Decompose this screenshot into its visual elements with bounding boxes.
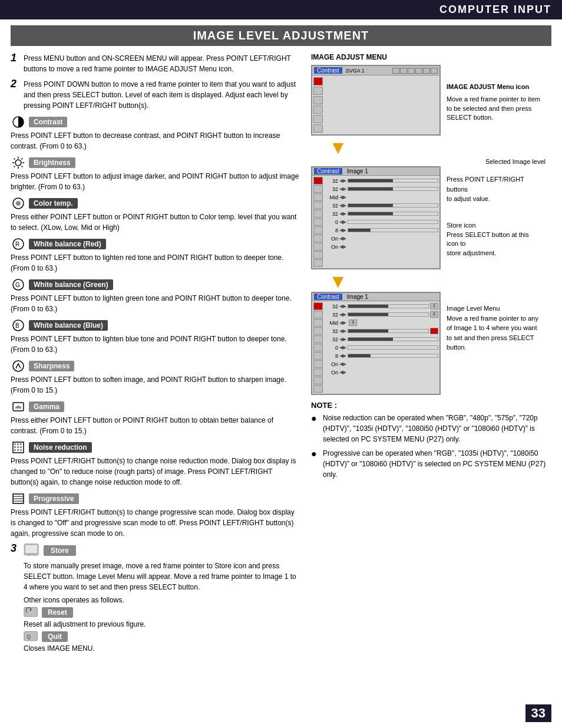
reset-label: Reset (42, 607, 73, 618)
arrow-down-2: ▼ (329, 272, 551, 291)
menu1-sys: SVGA 1 (346, 68, 365, 74)
sharpness-section: Sharpness Press POINT LEFT button to sof… (11, 360, 299, 396)
selected-image-level-label: Selected Image level (311, 158, 546, 165)
wb-blue-icon: B (11, 319, 26, 332)
svg-rect-37 (33, 554, 36, 555)
wb-red-desc: Press POINT LEFT button to lighten red t… (11, 252, 299, 274)
svg-line-7 (22, 166, 23, 167)
arrow-down-1: ▼ (329, 138, 551, 157)
noise-reduction-desc: Press POINT LEFT/RIGHT button(s) to chan… (11, 456, 299, 487)
wb-red-icon: R (11, 238, 26, 251)
reset-row: Reset (24, 607, 299, 618)
brightness-section: Brightness Press POINT LEFT button to ad… (11, 156, 299, 192)
step-3: 3 Store To store manually preset image, … (11, 543, 299, 653)
wb-green-icon: G (11, 278, 26, 291)
quit-row: Q Quit (24, 631, 299, 643)
wb-red-section: R White balance (Red) Press POINT LEFT b… (11, 238, 299, 274)
svg-rect-24 (14, 446, 16, 448)
store-label: Store (44, 545, 76, 556)
page-header: COMPUTER INPUT (0, 0, 562, 19)
page-number: 33 (525, 704, 551, 722)
wb-green-desc: Press POINT LEFT button to lighten green… (11, 293, 299, 314)
menu2-tab: Contrast (314, 168, 342, 174)
note-bullet-1: ● (311, 411, 320, 426)
noise-reduction-icon (11, 441, 26, 454)
svg-rect-23 (20, 443, 22, 445)
wb-red-label: White balance (Red) (29, 239, 106, 249)
right-col-title: IMAGE ADJUST MENU (311, 53, 551, 61)
noise-reduction-section: Noise reduction Press POINT LEFT/RIGHT b… (11, 441, 299, 487)
svg-text:Q: Q (27, 634, 31, 640)
header-title: COMPUTER INPUT (439, 4, 551, 15)
wb-blue-label: White balance (Blue) (29, 320, 108, 331)
gamma-section: Gamma Press either POINT LEFT button or … (11, 400, 299, 436)
store-icon (24, 543, 40, 558)
note-item-1: ● Noise reduction can be operated when "… (311, 413, 551, 444)
quit-label: Quit (42, 631, 68, 642)
svg-text:G: G (15, 282, 20, 288)
svg-rect-28 (17, 449, 19, 451)
note-bullet-2: ● (311, 447, 320, 461)
step-3-number: 3 (11, 542, 24, 555)
menu3-annotation: Image Level MenuMove a red frame pointer… (447, 304, 541, 353)
wb-blue-section: B White balance (Blue) Press POINT LEFT … (11, 319, 299, 355)
gamma-label: Gamma (29, 401, 64, 412)
svg-rect-22 (17, 443, 19, 445)
svg-line-8 (22, 159, 23, 160)
note-title: NOTE : (311, 401, 551, 410)
other-icons-text: Other icons operates as follows. (24, 596, 299, 604)
note-item-2: ● Progressive can be operated when "RGB"… (311, 448, 551, 480)
step-2: 2 Press POINT DOWN button to move a red … (11, 79, 299, 111)
contrast-label: Contrast (29, 117, 67, 127)
store-row: Store (24, 543, 299, 558)
menu3-tab: Contrast (314, 294, 342, 300)
svg-point-1 (15, 160, 21, 166)
wb-blue-desc: Press POINT LEFT button to lighten blue … (11, 334, 299, 355)
svg-rect-40 (24, 631, 38, 641)
progressive-desc: Press POINT LEFT/RIGHT button(s) to chan… (11, 507, 299, 539)
sharpness-desc: Press POINT LEFT button to soften image,… (11, 374, 299, 396)
quit-icon: Q (24, 631, 39, 643)
step-1-number: 1 (11, 52, 24, 64)
svg-point-11 (16, 201, 21, 206)
menu3-image: Image 1 (347, 294, 368, 300)
contrast-icon (11, 116, 26, 129)
wb-green-label: White balance (Green) (29, 279, 113, 290)
step-1-text: Press MENU button and ON-SCREEN MENU wil… (24, 53, 299, 74)
sharpness-label: Sharpness (29, 361, 74, 371)
color-temp-label: Color temp. (29, 198, 78, 209)
svg-text:R: R (15, 241, 19, 248)
color-temp-desc: Press either POINT LEFT button or POINT … (11, 212, 299, 233)
menu2-image: Image 1 (347, 168, 368, 174)
step-1: 1 Press MENU button and ON-SCREEN MENU w… (11, 53, 299, 74)
gamma-icon (11, 400, 26, 413)
svg-line-9 (14, 166, 15, 167)
svg-rect-36 (28, 554, 31, 555)
store-annotation: Store iconPress SELECT button at this ic… (447, 221, 541, 258)
brightness-desc: Press POINT LEFT button to adjust image … (11, 171, 299, 192)
menu1-tab: Contrast (314, 67, 342, 74)
svg-point-18 (13, 361, 24, 371)
reset-desc: Reset all adjustment to previous figure. (24, 620, 299, 628)
svg-rect-27 (14, 449, 16, 451)
gamma-desc: Press either POINT LEFT button or POINT … (11, 415, 299, 436)
store-desc: To store manually preset image, move a r… (24, 561, 299, 592)
step-2-text: Press POINT DOWN button to move a red fr… (24, 79, 299, 111)
menu2-annotation: Press POINT LEFT/RIGHT buttonsto adjust … (447, 174, 541, 204)
progressive-label: Progressive (29, 493, 79, 504)
contrast-desc: Press POINT LEFT button to decrease cont… (11, 130, 299, 151)
color-temp-icon (11, 197, 26, 210)
svg-line-6 (14, 159, 15, 160)
color-temp-section: Color temp. Press either POINT LEFT butt… (11, 197, 299, 233)
brightness-label: Brightness (29, 157, 75, 168)
svg-rect-25 (17, 446, 19, 448)
svg-rect-29 (20, 449, 22, 451)
progressive-icon (11, 492, 26, 505)
svg-text:B: B (15, 322, 19, 329)
step-2-number: 2 (11, 78, 24, 90)
right-column: IMAGE ADJUST MENU Contrast SVGA 1 (311, 53, 551, 657)
svg-rect-35 (25, 545, 38, 554)
section-title: IMAGE LEVEL ADJUSTMENT (11, 25, 551, 46)
wb-green-section: G White balance (Green) Press POINT LEFT… (11, 278, 299, 314)
progressive-section: Progressive Press POINT LEFT/RIGHT butto… (11, 492, 299, 539)
